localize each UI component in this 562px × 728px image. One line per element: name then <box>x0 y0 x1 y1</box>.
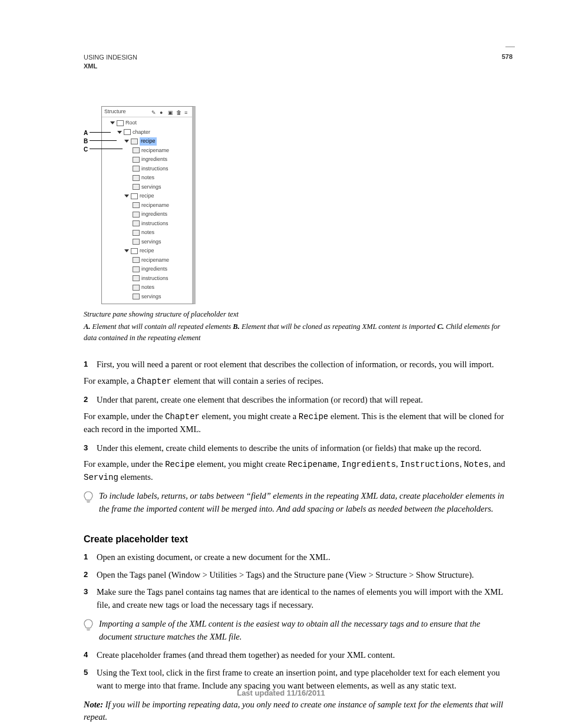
tree-leaf: servings <box>141 238 161 246</box>
note-label: Note: <box>84 700 103 709</box>
tree-leaf: recipename <box>141 256 169 265</box>
dot-icon: ● <box>160 109 165 114</box>
structure-pane: Structure ✎ ● ▣ 🗑 ≡ Root chapter recipe … <box>101 106 196 305</box>
tree-leaf: instructions <box>141 275 168 283</box>
trash-icon: 🗑 <box>176 109 181 114</box>
pane-header: Structure ✎ ● ▣ 🗑 ≡ <box>102 107 192 118</box>
tree-root: Root <box>125 119 137 127</box>
step-text: Under this element, create child element… <box>97 442 481 455</box>
code: Recipe <box>299 412 328 421</box>
page: USING INDESIGN XML 578 A B C Structure ✎… <box>0 0 562 728</box>
tree: Root chapter recipe recipename ingredien… <box>102 117 192 304</box>
step-text: Open the Tags panel (Window > Utilities … <box>97 569 474 582</box>
legend-c-label: C. <box>437 322 444 331</box>
header-title: USING INDESIGN <box>84 54 137 61</box>
note: Note: If you will be importing repeating… <box>84 699 515 724</box>
step-text: First, you will need a parent or root el… <box>97 358 494 371</box>
step-number: 3 <box>84 586 91 612</box>
code: Chapter <box>165 412 200 421</box>
pane-title: Structure <box>104 108 126 116</box>
code: Recipename <box>287 460 337 469</box>
code: Instructions <box>400 460 459 469</box>
figure-legend: A. Element that will contain all repeate… <box>84 321 515 344</box>
tree-leaf: instructions <box>141 220 168 228</box>
header-rule <box>505 47 515 47</box>
tree-recipe: recipe <box>140 192 154 200</box>
callout-c: C <box>84 145 88 154</box>
code: Serving <box>84 473 118 482</box>
tree-leaf: recipename <box>141 147 169 155</box>
page-number: 578 <box>502 52 513 62</box>
legend-a-label: A. <box>84 322 90 331</box>
tree-leaf: notes <box>141 174 154 182</box>
snippet-icon: ▣ <box>168 109 173 114</box>
step-number: 1 <box>84 551 91 564</box>
header-section: XML <box>84 62 97 70</box>
steps-a: 1First, you will need a parent or root e… <box>84 358 515 516</box>
footer-updated: Last updated 11/16/2011 <box>0 687 562 699</box>
figure-caption: Structure pane showing structure of plac… <box>84 309 515 320</box>
running-head: USING INDESIGN XML <box>84 53 515 71</box>
structure-figure: A B C Structure ✎ ● ▣ 🗑 ≡ Root chapter r… <box>101 106 219 305</box>
step-text: Under that parent, create one element th… <box>97 394 423 407</box>
tree-recipe: recipe <box>140 247 154 255</box>
legend-b-label: B. <box>233 322 239 331</box>
tree-leaf: notes <box>141 229 154 237</box>
tip-text: Importing a sample of the XML content is… <box>99 618 515 644</box>
tree-leaf: notes <box>141 284 154 292</box>
tree-leaf: instructions <box>141 165 168 173</box>
step-number: 3 <box>84 442 91 455</box>
lightbulb-icon <box>84 491 93 504</box>
pencil-icon: ✎ <box>151 109 157 114</box>
tree-leaf: ingredients <box>141 210 167 219</box>
tree-leaf: recipename <box>141 202 169 210</box>
code: Ingredients <box>342 460 396 469</box>
note-text: If you will be importing repeating data,… <box>84 700 503 722</box>
code: Chapter <box>137 377 171 386</box>
step-text: Create placeholder frames (and thread th… <box>97 649 395 662</box>
step-text: Make sure the Tags panel contains tag na… <box>97 586 515 612</box>
code: Notes <box>464 460 488 469</box>
callout-b: B <box>84 137 88 146</box>
para: For example, under the Chapter element, … <box>84 410 515 436</box>
step-number: 2 <box>84 569 91 582</box>
tree-leaf: ingredients <box>141 265 167 274</box>
code: Recipe <box>165 460 194 469</box>
para: For example, under the Recipe element, y… <box>84 458 515 484</box>
tree-recipe: recipe <box>140 137 157 146</box>
tree-leaf: ingredients <box>141 156 167 164</box>
para: For example, a Chapter element that will… <box>84 375 515 388</box>
lightbulb-icon <box>84 619 93 632</box>
menu-icon: ≡ <box>184 109 190 114</box>
tree-leaf: servings <box>141 293 161 301</box>
step-number: 4 <box>84 649 91 662</box>
tip: Importing a sample of the XML content is… <box>84 618 515 644</box>
step-number: 2 <box>84 394 91 407</box>
tree-leaf: servings <box>141 183 161 192</box>
heading-create-placeholder: Create placeholder text <box>84 532 515 546</box>
tip-text: To include labels, returns, or tabs betw… <box>99 490 515 516</box>
step-number: 1 <box>84 358 91 371</box>
step-text: Open an existing document, or create a n… <box>97 551 330 564</box>
callout-a: A <box>84 129 88 137</box>
tree-chapter: chapter <box>133 129 150 137</box>
tip: To include labels, returns, or tabs betw… <box>84 490 515 516</box>
